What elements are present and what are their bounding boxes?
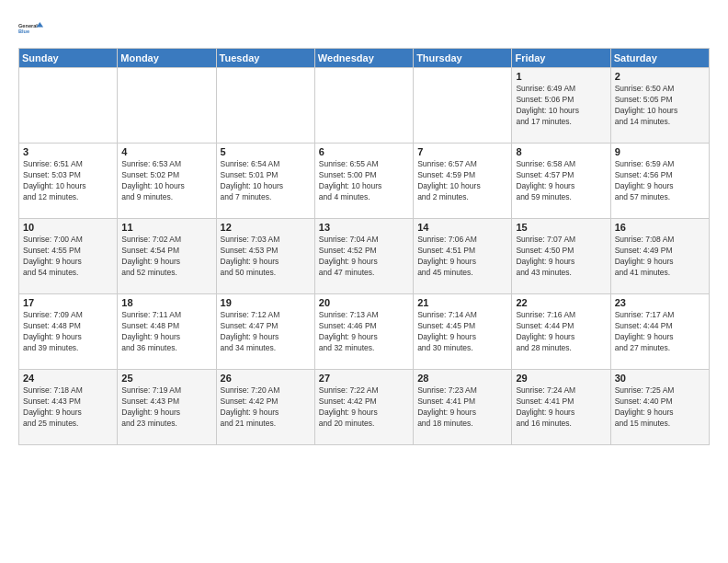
day-number: 14 — [417, 222, 507, 233]
day-info: Sunrise: 7:24 AMSunset: 4:41 PMDaylight:… — [516, 385, 606, 430]
day-number: 9 — [615, 146, 705, 157]
day-cell: 20Sunrise: 7:13 AMSunset: 4:46 PMDayligh… — [314, 294, 413, 370]
day-cell: 3Sunrise: 6:51 AMSunset: 5:03 PMDaylight… — [19, 144, 118, 219]
day-cell — [414, 68, 512, 144]
day-info: Sunrise: 6:57 AMSunset: 4:59 PMDaylight:… — [417, 159, 507, 203]
day-number: 12 — [221, 222, 311, 233]
day-number: 2 — [615, 71, 705, 82]
day-cell: 10Sunrise: 7:00 AMSunset: 4:55 PMDayligh… — [19, 219, 118, 294]
day-cell: 9Sunrise: 6:59 AMSunset: 4:56 PMDaylight… — [610, 144, 709, 219]
day-cell: 17Sunrise: 7:09 AMSunset: 4:48 PMDayligh… — [19, 294, 118, 370]
page: GeneralBlue SundayMondayTuesdayWednesday… — [0, 0, 728, 563]
day-cell: 21Sunrise: 7:14 AMSunset: 4:45 PMDayligh… — [414, 294, 512, 370]
day-info: Sunrise: 7:20 AMSunset: 4:42 PMDaylight:… — [221, 385, 311, 430]
day-info: Sunrise: 7:25 AMSunset: 4:40 PMDaylight:… — [615, 385, 705, 430]
day-info: Sunrise: 7:16 AMSunset: 4:44 PMDaylight:… — [516, 310, 606, 354]
day-number: 24 — [23, 373, 113, 384]
col-header-friday: Friday — [512, 49, 610, 68]
day-number: 27 — [319, 373, 409, 384]
day-info: Sunrise: 7:06 AMSunset: 4:51 PMDaylight:… — [417, 235, 507, 279]
day-cell: 7Sunrise: 6:57 AMSunset: 4:59 PMDaylight… — [414, 144, 512, 219]
day-cell: 2Sunrise: 6:50 AMSunset: 5:05 PMDaylight… — [610, 68, 709, 144]
day-cell: 11Sunrise: 7:02 AMSunset: 4:54 PMDayligh… — [118, 219, 216, 294]
day-info: Sunrise: 6:58 AMSunset: 4:57 PMDaylight:… — [516, 159, 606, 203]
day-cell: 28Sunrise: 7:23 AMSunset: 4:41 PMDayligh… — [414, 370, 512, 445]
col-header-tuesday: Tuesday — [216, 49, 314, 68]
day-cell: 19Sunrise: 7:12 AMSunset: 4:47 PMDayligh… — [216, 294, 314, 370]
col-header-saturday: Saturday — [610, 49, 709, 68]
day-number: 5 — [221, 146, 311, 157]
day-cell — [19, 68, 118, 144]
col-header-sunday: Sunday — [19, 49, 118, 68]
day-cell: 14Sunrise: 7:06 AMSunset: 4:51 PMDayligh… — [414, 219, 512, 294]
day-cell: 13Sunrise: 7:04 AMSunset: 4:52 PMDayligh… — [314, 219, 413, 294]
day-number: 20 — [319, 297, 409, 308]
logo-icon: GeneralBlue — [18, 15, 44, 40]
calendar-table: SundayMondayTuesdayWednesdayThursdayFrid… — [18, 48, 710, 445]
day-cell: 26Sunrise: 7:20 AMSunset: 4:42 PMDayligh… — [216, 370, 314, 445]
day-info: Sunrise: 7:11 AMSunset: 4:48 PMDaylight:… — [121, 310, 211, 354]
day-info: Sunrise: 6:53 AMSunset: 5:02 PMDaylight:… — [121, 159, 211, 203]
day-info: Sunrise: 7:09 AMSunset: 4:48 PMDaylight:… — [23, 310, 113, 354]
day-cell: 8Sunrise: 6:58 AMSunset: 4:57 PMDaylight… — [512, 144, 610, 219]
col-header-wednesday: Wednesday — [314, 49, 413, 68]
day-number: 8 — [516, 146, 606, 157]
week-row-1: 3Sunrise: 6:51 AMSunset: 5:03 PMDaylight… — [19, 144, 710, 219]
day-number: 6 — [319, 146, 409, 157]
day-number: 25 — [121, 373, 211, 384]
day-info: Sunrise: 6:51 AMSunset: 5:03 PMDaylight:… — [23, 159, 113, 203]
header-row: SundayMondayTuesdayWednesdayThursdayFrid… — [19, 49, 710, 68]
day-number: 13 — [319, 222, 409, 233]
day-number: 30 — [615, 373, 705, 384]
day-info: Sunrise: 6:59 AMSunset: 4:56 PMDaylight:… — [615, 159, 705, 203]
day-info: Sunrise: 6:50 AMSunset: 5:05 PMDaylight:… — [615, 84, 705, 128]
day-info: Sunrise: 7:22 AMSunset: 4:42 PMDaylight:… — [319, 385, 409, 430]
week-row-3: 17Sunrise: 7:09 AMSunset: 4:48 PMDayligh… — [19, 294, 710, 370]
day-number: 18 — [121, 297, 211, 308]
day-cell: 4Sunrise: 6:53 AMSunset: 5:02 PMDaylight… — [118, 144, 216, 219]
day-number: 17 — [23, 297, 113, 308]
day-info: Sunrise: 7:00 AMSunset: 4:55 PMDaylight:… — [23, 235, 113, 279]
day-number: 21 — [417, 297, 507, 308]
week-row-0: 1Sunrise: 6:49 AMSunset: 5:06 PMDaylight… — [19, 68, 710, 144]
day-cell: 12Sunrise: 7:03 AMSunset: 4:53 PMDayligh… — [216, 219, 314, 294]
day-cell: 16Sunrise: 7:08 AMSunset: 4:49 PMDayligh… — [610, 219, 709, 294]
day-number: 26 — [221, 373, 311, 384]
day-number: 7 — [417, 146, 507, 157]
day-cell: 18Sunrise: 7:11 AMSunset: 4:48 PMDayligh… — [118, 294, 216, 370]
day-info: Sunrise: 7:03 AMSunset: 4:53 PMDaylight:… — [221, 235, 311, 279]
col-header-thursday: Thursday — [414, 49, 512, 68]
day-number: 4 — [121, 146, 211, 157]
day-cell: 23Sunrise: 7:17 AMSunset: 4:44 PMDayligh… — [610, 294, 709, 370]
day-info: Sunrise: 7:23 AMSunset: 4:41 PMDaylight:… — [417, 385, 507, 430]
day-number: 23 — [615, 297, 705, 308]
day-info: Sunrise: 6:55 AMSunset: 5:00 PMDaylight:… — [319, 159, 409, 203]
day-cell: 27Sunrise: 7:22 AMSunset: 4:42 PMDayligh… — [314, 370, 413, 445]
day-info: Sunrise: 6:49 AMSunset: 5:06 PMDaylight:… — [516, 84, 606, 128]
col-header-monday: Monday — [118, 49, 216, 68]
day-info: Sunrise: 7:08 AMSunset: 4:49 PMDaylight:… — [615, 235, 705, 279]
day-info: Sunrise: 6:54 AMSunset: 5:01 PMDaylight:… — [221, 159, 311, 203]
day-cell: 1Sunrise: 6:49 AMSunset: 5:06 PMDaylight… — [512, 68, 610, 144]
logo: GeneralBlue — [18, 15, 44, 40]
day-number: 28 — [417, 373, 507, 384]
svg-text:General: General — [18, 23, 38, 29]
day-cell: 24Sunrise: 7:18 AMSunset: 4:43 PMDayligh… — [19, 370, 118, 445]
day-info: Sunrise: 7:12 AMSunset: 4:47 PMDaylight:… — [221, 310, 311, 354]
day-info: Sunrise: 7:19 AMSunset: 4:43 PMDaylight:… — [121, 385, 211, 430]
day-number: 15 — [516, 222, 606, 233]
day-cell: 15Sunrise: 7:07 AMSunset: 4:50 PMDayligh… — [512, 219, 610, 294]
day-cell — [314, 68, 413, 144]
day-cell: 29Sunrise: 7:24 AMSunset: 4:41 PMDayligh… — [512, 370, 610, 445]
day-info: Sunrise: 7:13 AMSunset: 4:46 PMDaylight:… — [319, 310, 409, 354]
day-number: 16 — [615, 222, 705, 233]
day-info: Sunrise: 7:17 AMSunset: 4:44 PMDaylight:… — [615, 310, 705, 354]
day-number: 1 — [516, 71, 606, 82]
day-info: Sunrise: 7:04 AMSunset: 4:52 PMDaylight:… — [319, 235, 409, 279]
day-number: 19 — [221, 297, 311, 308]
day-number: 10 — [23, 222, 113, 233]
svg-text:Blue: Blue — [18, 29, 29, 34]
day-info: Sunrise: 7:07 AMSunset: 4:50 PMDaylight:… — [516, 235, 606, 279]
day-cell — [118, 68, 216, 144]
day-cell: 22Sunrise: 7:16 AMSunset: 4:44 PMDayligh… — [512, 294, 610, 370]
